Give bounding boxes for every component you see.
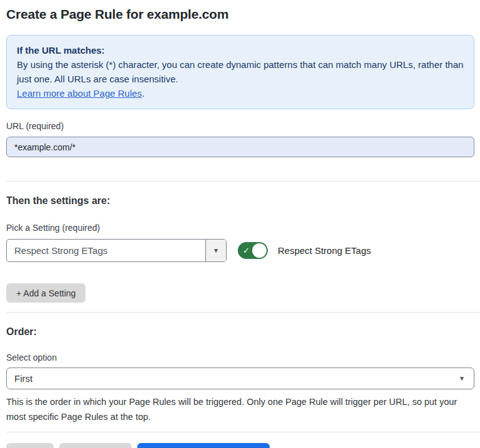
- chevron-down-icon: ▼: [459, 375, 465, 382]
- learn-more-link[interactable]: Learn more about Page Rules: [17, 88, 142, 99]
- divider: [6, 312, 480, 313]
- order-help-text: This is the order in which your Page Rul…: [6, 394, 469, 424]
- divider: [6, 181, 480, 182]
- add-setting-button[interactable]: + Add a Setting: [6, 283, 86, 303]
- info-box-heading: If the URL matches:: [17, 43, 464, 57]
- url-input[interactable]: [6, 137, 474, 157]
- url-field-label: URL (required): [6, 121, 474, 132]
- toggle-label: Respect Strong ETags: [278, 245, 371, 256]
- save-and-deploy-button[interactable]: Save and Deploy Page Rule: [137, 443, 270, 448]
- order-select-label: Select option: [6, 353, 474, 363]
- check-icon: ✓: [243, 245, 250, 256]
- page-title: Create a Page Rule for example.com: [6, 0, 474, 22]
- save-as-draft-button[interactable]: Save as Draft: [59, 443, 132, 448]
- setting-dropdown[interactable]: Respect Strong ETags ▼: [6, 239, 227, 262]
- cancel-button[interactable]: Cancel: [6, 443, 54, 448]
- footer-actions: Cancel Save as Draft Save and Deploy Pag…: [6, 443, 474, 448]
- setting-dropdown-button[interactable]: ▼: [205, 240, 226, 261]
- pick-setting-label: Pick a Setting (required): [6, 223, 474, 233]
- settings-section-heading: Then the settings are:: [6, 195, 474, 207]
- order-select-value: First: [14, 373, 459, 384]
- setting-dropdown-value: Respect Strong ETags: [7, 240, 205, 261]
- chevron-down-icon: ▼: [213, 247, 219, 254]
- order-section-heading: Order:: [6, 326, 474, 338]
- url-match-info-box: If the URL matches: By using the asteris…: [6, 35, 474, 109]
- toggle-knob: [252, 243, 267, 258]
- create-page-rule-form: Create a Page Rule for example.com If th…: [0, 0, 480, 448]
- order-select[interactable]: First ▼: [6, 368, 474, 389]
- link-period: .: [142, 88, 144, 99]
- etag-toggle[interactable]: ✓: [238, 242, 268, 259]
- info-box-link-line: Learn more about Page Rules.: [17, 86, 464, 100]
- info-box-body: By using the asterisk (*) character, you…: [17, 57, 464, 86]
- setting-row: Respect Strong ETags ▼ ✓ Respect Strong …: [6, 239, 474, 262]
- divider: [6, 432, 480, 432]
